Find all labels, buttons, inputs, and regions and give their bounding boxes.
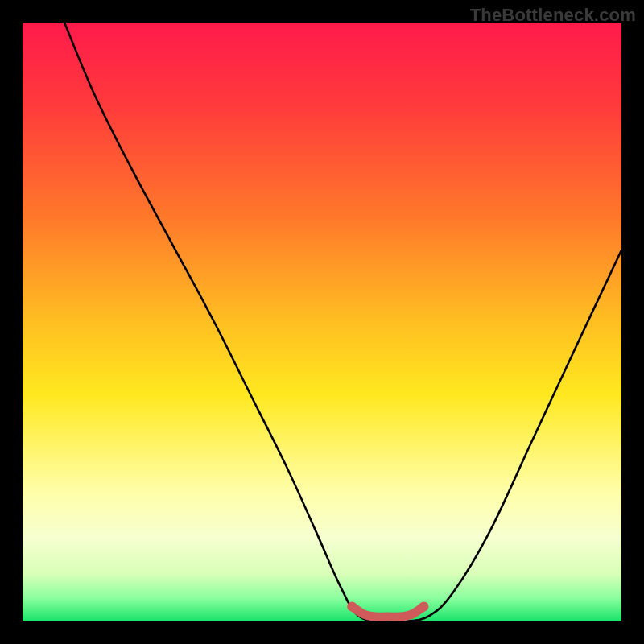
optimal-range-dot-right [419, 601, 428, 611]
plot-area [23, 23, 621, 621]
optimal-range-marker [352, 606, 423, 617]
optimal-range-dot-left [347, 601, 357, 611]
chart-stage: TheBottleneck.com [0, 0, 644, 644]
bottleneck-curve [64, 23, 621, 621]
curve-layer [23, 23, 621, 621]
watermark-text: TheBottleneck.com [470, 5, 636, 26]
